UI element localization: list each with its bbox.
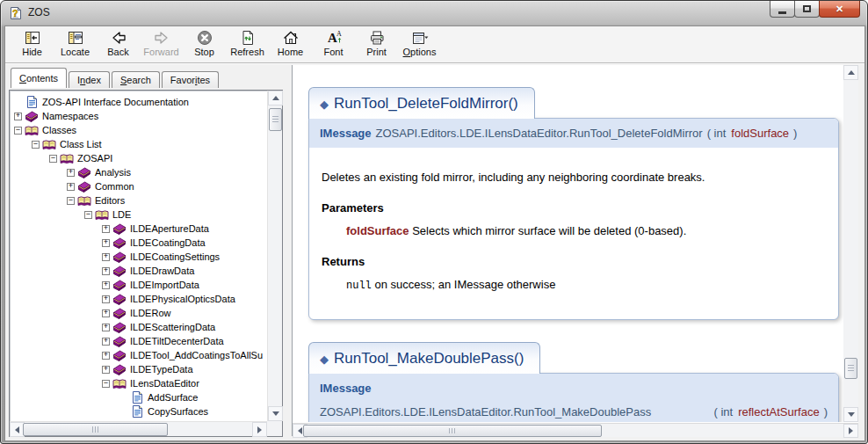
scroll-up-button[interactable] [843, 65, 858, 80]
scroll-right-button[interactable] [843, 424, 858, 438]
tree-item[interactable]: + Analysis [11, 165, 267, 179]
returns-code: null [346, 280, 372, 292]
tree-expander[interactable]: + [102, 295, 110, 303]
tree-item[interactable]: + ILDETiltDecenterData [11, 334, 267, 348]
tab-contents[interactable]: Contents [11, 68, 67, 88]
tree-expander[interactable]: + [67, 169, 75, 177]
right-arrow-icon [849, 427, 853, 434]
tree-item[interactable]: CopySurfaces [11, 404, 267, 419]
tree-expander[interactable]: − [14, 127, 22, 135]
tree-item[interactable]: + ILDEImportData [11, 278, 267, 292]
section-header-tab: ◆RunTool_MakeDoublePass() [308, 342, 540, 374]
tab-favorites[interactable]: Favorites [162, 71, 219, 88]
tree-item[interactable]: − ILensDataEditor [11, 376, 267, 390]
tree-expander[interactable]: − [32, 141, 40, 149]
tree-item[interactable]: + Common [11, 179, 267, 193]
tree-item[interactable]: + ILDECoatingSettings [11, 250, 267, 264]
tree-item[interactable]: + ILDECoatingData [11, 236, 267, 250]
thumb-grip [848, 365, 854, 372]
refresh-button[interactable]: Refresh [226, 28, 269, 62]
signature-args-close: ) [793, 127, 797, 140]
section-body: IMessage ZOSAPI.Editors.LDE.ILensDataEdi… [308, 373, 839, 422]
tree-expander[interactable]: − [84, 211, 92, 219]
maximize-button[interactable] [794, 1, 820, 18]
method-signature: IMessage ZOSAPI.Editors.LDE.ILensDataEdi… [309, 374, 838, 422]
locate-button[interactable]: Locate [54, 28, 97, 62]
tree-expander[interactable]: + [102, 239, 110, 247]
open-book-icon [77, 193, 92, 207]
tree-expander[interactable]: − [67, 197, 75, 205]
tree-expander[interactable]: + [102, 225, 110, 233]
back-button[interactable]: Back [97, 28, 140, 62]
scroll-down-button[interactable] [268, 406, 283, 421]
scrollbar-thumb[interactable] [844, 358, 857, 379]
tree-item[interactable]: − LDE [11, 207, 267, 222]
tree-item[interactable]: − Class List [11, 137, 267, 151]
tree-item[interactable]: − Classes [11, 123, 267, 137]
tree-item[interactable]: ZOS-API Interface Documentation [11, 95, 267, 109]
tree-expander[interactable]: + [102, 281, 110, 289]
tree-viewport[interactable]: ZOS-API Interface Documentation + [11, 91, 267, 421]
tree-item[interactable]: + ILDEPhysicalOpticsData [11, 292, 267, 306]
tree-item[interactable]: − ZOSAPI [11, 151, 267, 165]
main-area: Contents Index Search Favorites [5, 65, 864, 440]
svg-text:A: A [336, 30, 342, 38]
tree-expander[interactable]: + [102, 253, 110, 261]
tree-expander[interactable]: − [49, 155, 57, 163]
font-icon: AA [325, 28, 343, 47]
content-horizontal-scrollbar[interactable] [293, 423, 858, 437]
scroll-up-button[interactable] [268, 91, 283, 106]
stop-button[interactable]: Stop [183, 28, 226, 62]
locate-icon [67, 28, 84, 47]
scrollbar-thumb[interactable] [303, 425, 602, 437]
tree-expander[interactable]: + [102, 324, 110, 331]
tree-item[interactable]: + ILDETypeData [11, 362, 267, 376]
closed-book-icon [112, 334, 127, 348]
signature-args-open: ( int [707, 127, 727, 140]
font-button[interactable]: AA Font [312, 28, 355, 62]
options-button[interactable]: Options [398, 28, 441, 62]
tree-item[interactable]: + ILDERow [11, 306, 267, 320]
minimize-button[interactable] [770, 1, 795, 18]
forward-button[interactable]: Forward [140, 28, 183, 62]
closed-book-icon [112, 250, 127, 264]
hide-button[interactable]: Hide [11, 28, 54, 62]
tree-expander[interactable]: + [102, 309, 110, 317]
section-title: RunTool_DeleteFoldMirror() [334, 95, 518, 112]
tree-vertical-scrollbar[interactable] [267, 91, 282, 421]
tree-item[interactable]: + ILDETool_AddCoatingsToAllSu [11, 348, 267, 362]
method-signature: IMessageZOSAPI.Editors.LDE.ILensDataEdit… [309, 119, 838, 148]
tree-expander[interactable]: + [102, 366, 110, 374]
print-button[interactable]: Print [355, 28, 398, 62]
tree-item[interactable]: − Editors [11, 193, 267, 207]
home-button[interactable]: Home [269, 28, 312, 62]
scroll-down-button[interactable] [843, 407, 858, 422]
content-vertical-scrollbar[interactable] [843, 65, 858, 422]
scrollbar-thumb[interactable] [269, 108, 282, 131]
tab-index[interactable]: Index [69, 71, 110, 88]
document-icon [130, 404, 145, 419]
tree-item[interactable]: + ILDEApertureData [11, 222, 267, 236]
tree-expander[interactable]: + [102, 267, 110, 275]
tree-expander[interactable]: − [102, 380, 110, 388]
scroll-right-button[interactable] [252, 422, 267, 437]
thumb-grip [272, 116, 278, 123]
left-arrow-icon [15, 426, 19, 433]
tree-expander[interactable]: + [67, 183, 75, 191]
tree-item[interactable]: AddSurface [11, 390, 267, 404]
tab-search[interactable]: Search [112, 71, 160, 88]
tree-item[interactable]: + ILDEScatteringData [11, 320, 267, 334]
tree-expander[interactable]: + [14, 113, 22, 120]
scrollbar-thumb[interactable] [23, 423, 168, 436]
right-arrow-icon [257, 426, 262, 433]
tree-item[interactable]: + Namespaces [11, 109, 267, 123]
tree-expander[interactable]: + [102, 352, 110, 360]
document-viewport[interactable]: ◆RunTool_DeleteFoldMirror() IMessageZOSA… [293, 65, 843, 422]
tree-horizontal-scrollbar[interactable] [10, 421, 267, 436]
parameter-entry: foldSurface Selects which mirror surface… [346, 224, 826, 237]
tree-expander[interactable]: + [102, 338, 110, 346]
close-button[interactable]: ✕ [819, 1, 860, 18]
open-book-icon [60, 151, 75, 165]
tree-item[interactable]: + ILDEDrawData [11, 264, 267, 278]
title-bar[interactable]: ? ZOS ✕ [1, 1, 867, 25]
